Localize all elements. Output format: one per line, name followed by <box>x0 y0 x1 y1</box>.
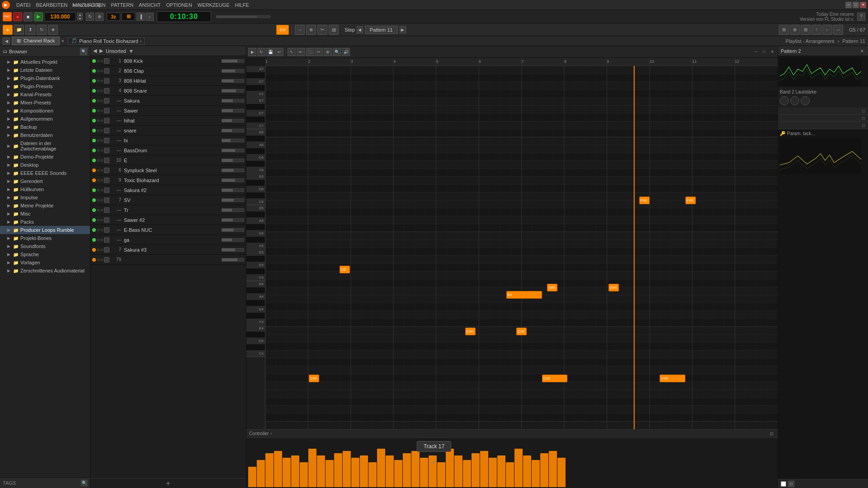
channel-row-17[interactable]: —E-Bass NUC <box>90 225 246 235</box>
piano-key-30[interactable] <box>246 256 265 262</box>
channel-name-13[interactable]: Sakura #2 <box>122 188 221 193</box>
pr-minimize-btn[interactable]: ─ <box>752 48 760 56</box>
piano-key-38[interactable]: G4 <box>246 306 265 313</box>
sidebar-item-22[interactable]: ▶📁Soundfonts <box>0 242 90 250</box>
channel-row-12[interactable]: 9Toxic Biohazard <box>90 175 246 185</box>
channel-row-8[interactable]: —hi <box>90 136 246 145</box>
piano-key-19[interactable]: D6 <box>246 186 265 192</box>
channel-row-11[interactable]: 6Synpluck Steel <box>90 165 246 175</box>
sidebar-item-25[interactable]: ▶📁Zerschnittenes Audiomaterial <box>0 267 90 275</box>
channel-led-11[interactable] <box>92 169 96 172</box>
add-pattern-button[interactable]: + <box>432 458 436 466</box>
ctrl-bar-29[interactable] <box>497 455 505 487</box>
piano-key-6[interactable] <box>246 104 265 110</box>
channel-name-16[interactable]: Sawer #2 <box>122 217 221 223</box>
sidebar-item-23[interactable]: ▶📁Sprache <box>0 250 90 258</box>
note-block-2[interactable]: C#6 <box>465 328 476 335</box>
sidebar-item-18[interactable]: ▶📁Misc <box>0 210 90 218</box>
ctrl-bar-15[interactable] <box>377 449 385 487</box>
piano-key-3[interactable] <box>246 85 265 91</box>
sidebar-item-19[interactable]: ▶📁Packs <box>0 218 90 226</box>
channel-rack-nav-prev[interactable]: ◀ <box>93 48 97 54</box>
piano-key-1[interactable] <box>246 72 265 79</box>
right-panel-close-btn[interactable]: ✕ <box>859 48 865 54</box>
piano-key-42[interactable] <box>246 332 265 338</box>
channel-name-1[interactable]: 808 Clap <box>122 68 221 74</box>
overdub-icon[interactable]: ⊕ <box>95 13 104 21</box>
piano-roll-chevron[interactable]: › <box>140 38 142 44</box>
sidebar-item-8[interactable]: ▶📁Backup <box>0 123 90 131</box>
channel-row-16[interactable]: —Sawer #2 <box>90 215 246 225</box>
channel-row-10[interactable]: 10E <box>90 155 246 165</box>
controller-bars[interactable] <box>246 438 778 488</box>
ctrl-bar-5[interactable] <box>291 455 299 487</box>
export-btn[interactable]: ↑ <box>811 25 821 35</box>
piano-key-2[interactable]: G7 <box>246 79 265 85</box>
ctrl-bar-10[interactable] <box>334 453 342 487</box>
channel-name-10[interactable]: E <box>122 158 221 163</box>
ctrl-bar-17[interactable] <box>394 460 402 487</box>
ctrl-bar-19[interactable] <box>411 451 420 487</box>
channel-led-17[interactable] <box>92 228 96 232</box>
piano-key-45[interactable]: C4 <box>246 351 265 357</box>
piano-key-27[interactable] <box>246 237 265 243</box>
channel-led-12[interactable] <box>92 178 96 182</box>
channel-led-2[interactable] <box>92 79 96 83</box>
add-instrument-btn[interactable]: + <box>3 25 13 35</box>
menu-item-pattern[interactable]: PATTERN <box>108 1 136 9</box>
sidebar-item-24[interactable]: ▶📁Vorlagen <box>0 258 90 267</box>
channel-led-7[interactable] <box>92 129 96 132</box>
record-button[interactable]: ● <box>13 12 22 21</box>
step-next-btn[interactable]: ▶ <box>400 26 406 33</box>
ctrl-bar-27[interactable] <box>480 451 488 487</box>
sidebar-item-16[interactable]: ▶📁Impulse <box>0 193 90 202</box>
ctrl-bar-8[interactable] <box>317 455 325 487</box>
channel-row-14[interactable]: 7SV <box>90 195 246 205</box>
right-resize-3[interactable]: ⊡ <box>778 122 868 129</box>
pr-draw-tool[interactable]: ✏ <box>297 48 305 56</box>
channel-name-7[interactable]: snare <box>122 128 221 133</box>
channel-row-3[interactable]: 4808 Snare <box>90 86 246 96</box>
channel-name-2[interactable]: 808 HiHat <box>122 78 221 84</box>
note-block-3[interactable]: C#6 <box>516 328 527 335</box>
channel-row-20[interactable]: 79 <box>90 255 246 265</box>
controller-chevron[interactable]: › <box>270 431 272 436</box>
piano-key-25[interactable] <box>246 224 265 230</box>
piano-key-0[interactable]: A7 <box>246 66 265 72</box>
ctrl-bar-7[interactable] <box>308 449 316 487</box>
loop-icon[interactable]: ↻ <box>86 13 94 21</box>
channel-mute-11[interactable] <box>104 168 109 173</box>
channel-mute-17[interactable] <box>104 227 109 233</box>
sidebar-item-12[interactable]: ▶📁Desktop <box>0 161 90 169</box>
refresh-btn[interactable]: ↻ <box>37 25 47 35</box>
pr-cut-tool[interactable]: ✂ <box>315 48 323 56</box>
note-block-9[interactable]: C#5 <box>542 375 568 382</box>
channel-mute-1[interactable] <box>104 68 109 74</box>
ctrl-bar-22[interactable] <box>437 462 445 487</box>
ctrl-bar-12[interactable] <box>351 458 359 487</box>
sidebar-item-7[interactable]: ▶📁Aufgenommen <box>0 115 90 123</box>
sidebar-item-5[interactable]: ▶📁Mixer-Presets <box>0 99 90 107</box>
sidebar-item-10[interactable]: ▶📁Dateien in der Zwischenablage <box>0 139 90 153</box>
channel-led-9[interactable] <box>92 149 96 152</box>
channel-name-5[interactable]: Sawer <box>122 108 221 113</box>
sidebar-item-20[interactable]: ▶📁Producer Loops Rumble <box>0 226 90 234</box>
sidebar-item-9[interactable]: ▶📁Benutzerdaten <box>0 131 90 139</box>
piano-key-34[interactable]: B4 <box>246 281 265 287</box>
piano-key-17[interactable]: E6 <box>246 174 265 180</box>
ctrl-bar-13[interactable] <box>360 455 368 487</box>
pr-volume-tool[interactable]: 🔊 <box>342 48 350 56</box>
channel-row-0[interactable]: 1808 Kick <box>90 56 246 66</box>
tempo-down-btn[interactable]: ▼ <box>77 17 83 20</box>
piano-key-15[interactable] <box>246 161 265 167</box>
channel-mute-3[interactable] <box>104 88 109 94</box>
note-block-7[interactable]: F#6 <box>685 197 696 204</box>
piano-key-32[interactable] <box>246 268 265 275</box>
redo-btn[interactable]: → <box>833 25 843 35</box>
step-prev-btn[interactable]: ◀ <box>357 26 363 33</box>
channel-mute-15[interactable] <box>104 207 109 213</box>
ctrl-bar-25[interactable] <box>463 460 471 487</box>
channel-name-9[interactable]: BassDrum <box>122 148 221 153</box>
piano-key-43[interactable]: D4 <box>246 338 265 344</box>
sidebar-item-17[interactable]: ▶📁Meine Projekte <box>0 202 90 210</box>
